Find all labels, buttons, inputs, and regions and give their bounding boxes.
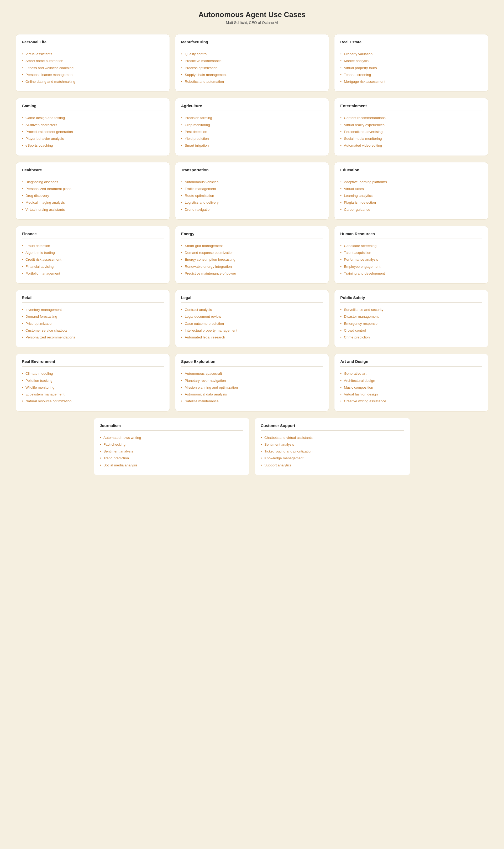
list-item: Market analysis [340, 57, 482, 64]
card-transportation: TransportationAutonomous vehiclesTraffic… [175, 162, 329, 220]
list-item: Quality control [181, 51, 323, 57]
list-item: Social media analysis [100, 462, 243, 469]
list-item: Property valuation [340, 51, 482, 57]
card-title-space-exploration: Space Exploration [181, 359, 323, 367]
list-item: Case outcome prediction [181, 320, 323, 327]
list-item: Robotics and automation [181, 78, 323, 85]
list-item: Customer service chatbots [22, 327, 164, 334]
card-personal-life: Personal LifeVirtual assistantsSmart hom… [16, 34, 170, 92]
list-item: Employee engagement [340, 263, 482, 270]
list-item: Mission planning and optimization [181, 384, 323, 391]
card-title-retail: Retail [22, 295, 164, 303]
list-item: Career guidance [340, 206, 482, 213]
list-item: Social media monitoring [340, 135, 482, 142]
card-human-resources: Human ResourcesCandidate screeningTalent… [334, 226, 488, 283]
list-item: Demand forecasting [22, 313, 164, 320]
list-item: Process optimization [181, 65, 323, 71]
card-title-personal-life: Personal Life [22, 40, 164, 47]
list-item: Drone navigation [181, 206, 323, 213]
list-item: Portfolio management [22, 270, 164, 277]
card-manufacturing: ManufacturingQuality controlPredictive m… [175, 34, 329, 92]
list-item: Logistics and delivery [181, 199, 323, 206]
list-item: Learning analytics [340, 192, 482, 199]
list-item: Predictive maintenance [181, 57, 323, 64]
list-item: Game design and testing [22, 115, 164, 121]
list-item: Fraud detection [22, 243, 164, 249]
list-item: Automated legal research [181, 334, 323, 341]
list-item: Adaptive learning platforms [340, 179, 482, 186]
card-gaming: GamingGame design and testingAI-driven c… [16, 98, 170, 156]
list-item: Training and development [340, 270, 482, 277]
list-item: Player behavior analysis [22, 135, 164, 142]
card-art-and-design: Art and DesignGenerative artArchitectura… [334, 354, 488, 411]
list-item: Fact-checking [100, 441, 243, 448]
card-retail: RetailInventory managementDemand forecas… [16, 290, 170, 347]
card-agriculture: AgriculturePrecision farmingCrop monitor… [175, 98, 329, 156]
list-item: AI-driven characters [22, 122, 164, 128]
list-item: Astronomical data analysis [181, 391, 323, 398]
list-item: Inventory management [22, 306, 164, 313]
card-title-customer-support: Customer Support [261, 423, 404, 431]
card-title-healthcare: Healthcare [22, 168, 164, 175]
list-item: Financial advising [22, 263, 164, 270]
card-energy: EnergySmart grid managementDemand respon… [175, 226, 329, 283]
list-item: eSports coaching [22, 142, 164, 149]
card-space-exploration: Space ExplorationAutonomous spacecraftPl… [175, 354, 329, 411]
list-item: Energy consumption forecasting [181, 256, 323, 263]
list-item: Disaster management [340, 313, 482, 320]
card-title-real-estate: Real Estate [340, 40, 482, 47]
list-item: Natural resource optimization [22, 398, 164, 405]
list-item: Sentiment analysis [100, 448, 243, 455]
list-item: Personalized treatment plans [22, 186, 164, 192]
list-item: Smart home automation [22, 57, 164, 64]
list-item: Emergency response [340, 320, 482, 327]
list-item: Climate modeling [22, 370, 164, 377]
list-item: Autonomous vehicles [181, 179, 323, 186]
list-item: Procedural content generation [22, 128, 164, 135]
list-item: Traffic management [181, 186, 323, 192]
list-item: Route optimization [181, 192, 323, 199]
list-item: Ecosystem management [22, 391, 164, 398]
card-title-human-resources: Human Resources [340, 231, 482, 239]
list-item: Demand response optimization [181, 249, 323, 256]
list-item: Medical imaging analysis [22, 199, 164, 206]
card-title-transportation: Transportation [181, 168, 323, 175]
list-item: Yield prediction [181, 135, 323, 142]
list-item: Generative art [340, 370, 482, 377]
list-item: Algorithmic trading [22, 249, 164, 256]
list-item: Virtual assistants [22, 51, 164, 57]
page-subtitle: Matt Schlicht, CEO of Octane AI [16, 20, 488, 25]
card-healthcare: HealthcareDiagnosing diseasesPersonalize… [16, 162, 170, 220]
card-customer-support: Customer SupportChatbots and virtual ass… [255, 418, 410, 475]
list-item: Architectural design [340, 377, 482, 384]
list-item: Creative writing assistance [340, 398, 482, 405]
card-journalism: JournalismAutomated news writingFact-che… [94, 418, 249, 475]
list-item: Drug discovery [22, 192, 164, 199]
list-item: Ticket routing and prioritization [261, 448, 404, 455]
card-title-education: Education [340, 168, 482, 175]
list-item: Trend prediction [100, 455, 243, 462]
card-entertainment: EntertainmentContent recommendationsVirt… [334, 98, 488, 156]
list-item: Credit risk assessment [22, 256, 164, 263]
list-item: Predictive maintenance of power [181, 270, 323, 277]
list-item: Virtual nursing assistants [22, 206, 164, 213]
list-item: Smart grid management [181, 243, 323, 249]
list-item: Music composition [340, 384, 482, 391]
list-item: Content recommendations [340, 115, 482, 121]
card-education: EducationAdaptive learning platformsVirt… [334, 162, 488, 220]
list-item: Virtual tutors [340, 186, 482, 192]
card-public-safety: Public SafetySurveillance and securityDi… [334, 290, 488, 347]
card-title-manufacturing: Manufacturing [181, 40, 323, 47]
list-item: Plagiarism detection [340, 199, 482, 206]
card-title-entertainment: Entertainment [340, 104, 482, 111]
list-item: Crop monitoring [181, 122, 323, 128]
card-real-environment: Real EnvironmentClimate modelingPollutio… [16, 354, 170, 411]
list-item: Mortgage risk assessment [340, 78, 482, 85]
card-title-legal: Legal [181, 295, 323, 303]
card-title-finance: Finance [22, 231, 164, 239]
list-item: Wildlife monitoring [22, 384, 164, 391]
list-item: Virtual reality experiences [340, 122, 482, 128]
list-item: Virtual fashion design [340, 391, 482, 398]
list-item: Smart irrigation [181, 142, 323, 149]
card-title-public-safety: Public Safety [340, 295, 482, 303]
